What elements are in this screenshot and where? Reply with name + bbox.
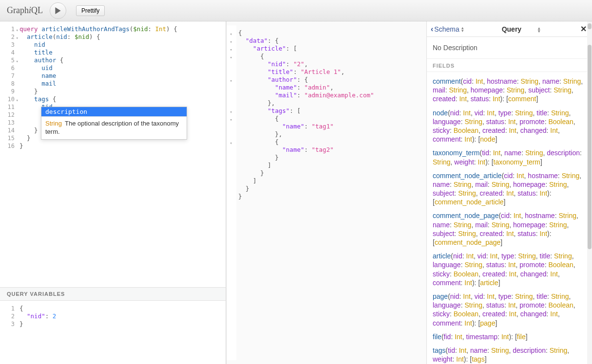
docs-scrollbar[interactable]: [587, 21, 592, 364]
scroll-thumb[interactable]: [588, 45, 592, 249]
query-code[interactable]: query articleWithAuthorAndTags($nid: Int…: [18, 21, 226, 287]
spinner-icon[interactable]: ▴▾: [538, 27, 540, 33]
left-column: 1▾2▾345▾678910▾111213141516 query articl…: [0, 21, 226, 364]
docs-field[interactable]: tags(tid: Int, name: String, description…: [433, 346, 586, 364]
docs-back-button[interactable]: ‹ Schema ▴▾: [431, 25, 464, 34]
autocomplete-popup[interactable]: description StringThe optional descripti…: [41, 107, 187, 140]
logo-tail: QL: [31, 5, 43, 15]
hint-type: String: [45, 120, 62, 127]
hint-text: The optional description of the taxonomy…: [45, 120, 179, 135]
result-gutter: ▾▾▾▾▾▾▾▾: [227, 25, 236, 360]
result-pane: ▾▾▾▾▾▾▾▾ { "data": { "article": [ { "nid…: [226, 21, 426, 364]
qv-code[interactable]: { "nid": 2}: [18, 301, 226, 364]
docs-field[interactable]: node(nid: Int, vid: Int, type: String, t…: [433, 109, 586, 144]
docs-fields-header: FIELDS: [427, 59, 592, 72]
main-area: 1▾2▾345▾678910▾111213141516 query articl…: [0, 21, 592, 364]
scroll-thumb[interactable]: [588, 23, 592, 29]
docs-title-text: Query: [502, 25, 521, 33]
logo: GraphiQL: [4, 5, 43, 16]
result-code: { "data": { "article": [ { "nid": "2", "…: [236, 25, 426, 360]
execute-button[interactable]: [50, 2, 66, 19]
docs-field[interactable]: taxonomy_term(tid: Int, name: String, de…: [433, 148, 586, 166]
logo-text: Graph: [7, 5, 29, 15]
docs-fields-list[interactable]: comment(cid: Int, hostname: String, name…: [427, 72, 592, 364]
docs-header: ‹ Schema ▴▾ Query ▴▾ ✕: [427, 21, 592, 37]
play-icon: [55, 7, 61, 14]
docs-field[interactable]: page(nid: Int, vid: Int, type: String, t…: [433, 292, 586, 328]
docs-back-label: Schema: [434, 25, 459, 33]
autocomplete-hint: StringThe optional description of the ta…: [41, 116, 187, 139]
docs-field[interactable]: article(nid: Int, vid: Int, type: String…: [433, 252, 586, 287]
toolbar: GraphiQL Prettify: [0, 0, 592, 21]
prettify-button[interactable]: Prettify: [76, 5, 105, 16]
query-editor[interactable]: 1▾2▾345▾678910▾111213141516 query articl…: [0, 21, 226, 287]
docs-title: Query ▴▾: [464, 25, 578, 33]
qv-gutter: 123: [0, 301, 18, 364]
docs-close-button[interactable]: ✕: [578, 24, 588, 34]
docs-field[interactable]: comment_node_page(cid: Int, hostname: St…: [433, 211, 586, 247]
chevron-left-icon: ‹: [431, 25, 433, 34]
docs-field[interactable]: file(fid: Int, timestamp: Int): [file]: [433, 332, 586, 341]
autocomplete-item[interactable]: description: [41, 107, 187, 116]
docs-pane: ‹ Schema ▴▾ Query ▴▾ ✕ No Description FI…: [426, 21, 592, 364]
query-variables-editor[interactable]: 123 { "nid": 2}: [0, 301, 226, 364]
line-gutter: 1▾2▾345▾678910▾111213141516: [0, 21, 18, 287]
docs-description: No Description: [427, 37, 592, 59]
docs-field[interactable]: comment(cid: Int, hostname: String, name…: [433, 77, 586, 104]
query-variables-header[interactable]: QUERY VARIABLES: [0, 287, 226, 301]
docs-field[interactable]: comment_node_article(cid: Int, hostname:…: [433, 171, 586, 207]
